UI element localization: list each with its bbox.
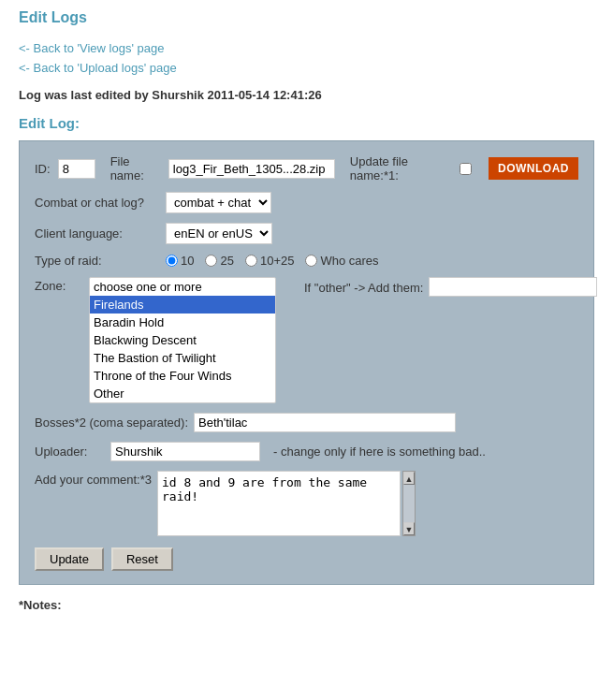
page-container: Edit Logs <- Back to 'View logs' page <-… (0, 0, 613, 631)
combat-select[interactable]: combat + chat combat chat (166, 192, 271, 213)
client-select[interactable]: enEN or enUS deDE frFR esES ruRU (166, 223, 272, 244)
buttons-row: Update Reset (35, 547, 578, 571)
uploader-note: - change only if here is something bad.. (273, 445, 486, 459)
zone-label: Zone: (35, 279, 81, 293)
raid-radio-10plus25[interactable] (245, 255, 257, 267)
uploader-row: Uploader: - change only if here is somet… (35, 442, 578, 461)
zone-listbox-container: choose one or more Firelands Baradin Hol… (89, 277, 276, 403)
comment-container: id 8 and 9 are from the same raid! ▲ ▼ (157, 471, 416, 536)
zone-option-firelands[interactable]: Firelands (90, 296, 275, 314)
scrollbar-track (403, 485, 415, 522)
zone-option-other[interactable]: Other (90, 385, 275, 402)
reset-button[interactable]: Reset (111, 547, 173, 571)
update-button[interactable]: Update (35, 547, 104, 571)
zone-listbox[interactable]: choose one or more Firelands Baradin Hol… (89, 277, 276, 403)
raid-option-10[interactable]: 10 (166, 254, 194, 268)
raid-radio-whocares[interactable] (305, 255, 317, 267)
client-label: Client language: (35, 226, 166, 241)
filename-input[interactable] (168, 159, 335, 179)
zone-option-blackwing[interactable]: Blackwing Descent (90, 331, 275, 349)
back-upload-link[interactable]: <- Back to 'Upload logs' page (19, 61, 594, 75)
zone-other-label: If "other" -> Add them: (304, 281, 423, 295)
uploader-label: Uploader: (35, 445, 105, 459)
zone-option-bastion[interactable]: The Bastion of Twilight (90, 349, 275, 367)
bosses-row: Bosses*2 (coma separated): (35, 413, 578, 432)
bosses-input[interactable] (194, 413, 456, 432)
update-file-checkbox[interactable] (460, 163, 472, 175)
id-label: ID: (35, 162, 51, 176)
raid-options: 10 25 10+25 Who cares (166, 254, 379, 268)
combat-row: Combat or chat log? combat + chat combat… (35, 192, 578, 213)
client-row: Client language: enEN or enUS deDE frFR … (35, 223, 578, 244)
combat-label: Combat or chat log? (35, 196, 166, 210)
zone-option-throne[interactable]: Throne of the Four Winds (90, 367, 275, 385)
comment-label: Add your comment:*3 (35, 473, 152, 487)
zone-other-container: If "other" -> Add them: (293, 277, 597, 297)
uploader-input[interactable] (110, 442, 260, 461)
edit-log-title: Edit Log: (19, 115, 594, 131)
zone-other-input[interactable] (429, 277, 597, 297)
id-input[interactable] (58, 159, 95, 179)
id-file-row: ID: File name: Update file name:*1: DOWN… (35, 154, 578, 182)
raid-option-whocares[interactable]: Who cares (305, 254, 378, 268)
raid-radio-10[interactable] (166, 255, 178, 267)
raid-option-25[interactable]: 25 (205, 254, 233, 268)
scrollbar-up-arrow[interactable]: ▲ (403, 472, 415, 485)
comment-row: Add your comment:*3 id 8 and 9 are from … (35, 471, 578, 536)
zone-option-baradin[interactable]: Baradin Hold (90, 314, 275, 331)
bosses-label: Bosses*2 (coma separated): (35, 416, 188, 430)
form-panel: ID: File name: Update file name:*1: DOWN… (19, 140, 594, 585)
zone-row: Zone: choose one or more Firelands Barad… (35, 277, 578, 403)
raid-type-row: Type of raid: 10 25 10+25 Who cares (35, 254, 578, 268)
download-button[interactable]: DOWNLOAD (489, 157, 578, 180)
page-title: Edit Logs (19, 9, 594, 26)
comment-scrollbar[interactable]: ▲ ▼ (402, 471, 416, 536)
raid-option-10plus25[interactable]: 10+25 (245, 254, 295, 268)
raid-label: Type of raid: (35, 254, 166, 268)
scrollbar-down-arrow[interactable]: ▼ (403, 522, 415, 535)
raid-radio-25[interactable] (205, 255, 217, 267)
notes-title: *Notes: (19, 598, 594, 612)
filename-label: File name: (110, 154, 161, 182)
comment-textarea[interactable]: id 8 and 9 are from the same raid! (157, 471, 401, 536)
last-edited-text: Log was last edited by Shurshik 2011-05-… (19, 88, 594, 102)
update-file-label: Update file name:*1: (350, 154, 448, 182)
back-view-link[interactable]: <- Back to 'View logs' page (19, 41, 594, 55)
zone-option-choose[interactable]: choose one or more (90, 278, 275, 296)
